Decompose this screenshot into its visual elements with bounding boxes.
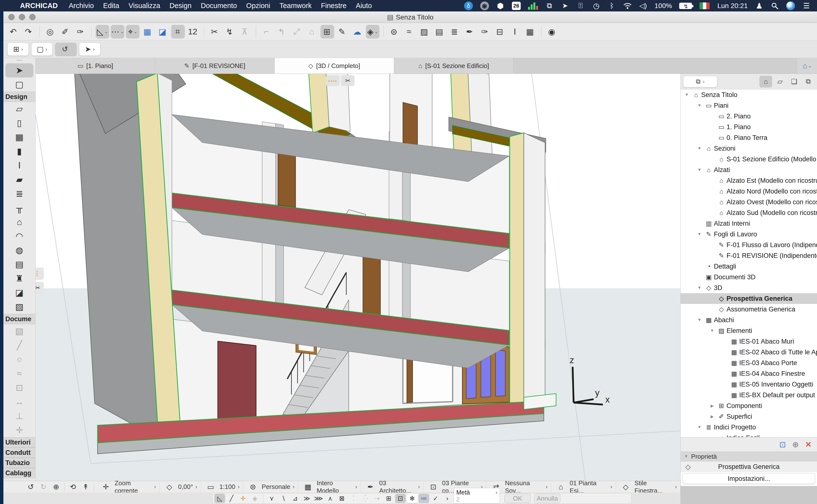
snap-button[interactable]: ◈	[249, 494, 260, 503]
quick-tool-button[interactable]: ➤›	[79, 43, 100, 56]
quick-option-control[interactable]: ⊜ Personale ›	[243, 481, 298, 493]
toolbar-button[interactable]	[541, 26, 542, 38]
tree-item[interactable]: ▦ IES-01 Abaco Muri	[681, 336, 817, 347]
delta-status-icon[interactable]: δ	[464, 1, 473, 10]
toolbox-item[interactable]: Docume	[3, 314, 35, 324]
menu-item[interactable]: Finestre	[316, 2, 351, 10]
toolbox-item[interactable]: ▮	[3, 144, 35, 158]
tree-item[interactable]: ▼ ⌂ Sezioni	[681, 143, 817, 154]
toolbar-button[interactable]: ⊜	[387, 25, 401, 39]
toolbox-item[interactable]: ↔	[3, 395, 35, 409]
quick-tool-button[interactable]: ⊞›	[7, 43, 29, 56]
toolbar-button[interactable]: ◺⌄	[96, 25, 109, 39]
toolbox-item[interactable]: ➤	[5, 63, 33, 78]
toolbox-item[interactable]: Condutt	[3, 447, 35, 458]
settings-button[interactable]: Impostazioni...	[683, 473, 815, 484]
creative-cloud-icon[interactable]: ◉	[480, 1, 489, 10]
tree-item[interactable]: ⌂ Alzato Ovest (Modello con ricostruzion…	[681, 197, 817, 207]
tree-item[interactable]: ▦ IES-BX Default per output BIMx	[681, 390, 817, 400]
snap-button[interactable]: ⁚	[348, 494, 359, 503]
toolbar-button[interactable]: ⊟	[494, 25, 507, 39]
tree-item[interactable]: ⌂ Alzato Sud (Modello con ricostruzione …	[681, 207, 817, 218]
snap-button[interactable]: ╱	[226, 494, 237, 503]
view-tab[interactable]: ▭ [1. Piano]	[36, 58, 155, 74]
toolbar-button[interactable]: ✒	[463, 25, 477, 39]
tree-item[interactable]: ▭ 2. Piano	[681, 111, 817, 122]
fast-user-switch-icon[interactable]: ♟	[755, 2, 763, 10]
toolbar-button[interactable]: ⊞	[320, 25, 334, 39]
tree-item[interactable]: ▭ 1. Piano	[681, 122, 817, 132]
tree-item[interactable]: ◇ Assonometria Generica	[681, 304, 817, 315]
publisher-mode-button[interactable]: ⧉	[802, 76, 815, 87]
snap-button[interactable]: ∖	[278, 494, 289, 503]
toolbar-button[interactable]: ↯	[223, 25, 237, 39]
tab-bar-pickup-button[interactable]: ⌂⌄	[797, 58, 817, 74]
tree-item[interactable]: ▣ Documenti 3D	[681, 272, 817, 282]
toolbar-button[interactable]	[91, 26, 92, 38]
snap-button[interactable]: ⁛	[360, 494, 371, 503]
snap-button[interactable]: ⇢	[372, 494, 382, 503]
toolbar-button[interactable]: ▤	[433, 25, 447, 39]
quick-option-control[interactable]: ⌂ 01 Pianta Esi... ›	[551, 481, 616, 493]
trace-reference-toggle[interactable]: ----	[326, 75, 339, 86]
menu-clock[interactable]: Lun 20:21	[717, 2, 748, 10]
toolbar-button[interactable]: ≣	[448, 25, 462, 39]
tracker-input[interactable]: Metà› 2	[454, 488, 500, 504]
tree-item[interactable]: ▶ ✐ Superfici	[681, 411, 817, 422]
keyboard-flag-icon[interactable]	[699, 2, 710, 10]
section-cut-toggle[interactable]: ✂	[341, 75, 354, 86]
tree-item[interactable]: ▭ 0. Piano Terra	[681, 132, 817, 143]
tree-item[interactable]: ◔ Dettagli	[681, 261, 817, 272]
toolbox-item[interactable]: Ⅰ	[3, 158, 35, 173]
quick-option-control[interactable]: ✛ Zoom corrente ›	[96, 481, 159, 493]
tree-item[interactable]: ▦ IES-05 Inventario Oggetti	[681, 379, 817, 390]
tree-item[interactable]: ▼ ▦ Abachi	[681, 315, 817, 325]
back-navigation-button[interactable]: ↺	[24, 483, 37, 491]
snap-button[interactable]: ◺	[214, 494, 225, 503]
activity-monitor-icon[interactable]	[528, 2, 538, 10]
toolbar-button[interactable]: ⌖⌄	[126, 25, 139, 39]
layout-book-mode-button[interactable]: ❏	[788, 76, 800, 87]
tree-item[interactable]: ⌂ Alzato Est (Modello con ricostruzione …	[681, 175, 817, 186]
toolbox-item[interactable]: ≈	[3, 367, 35, 381]
tree-item[interactable]: ▼ ▭ Piani	[681, 100, 817, 111]
siri-icon[interactable]	[786, 1, 795, 10]
menu-item[interactable]: Visualizza	[124, 2, 165, 10]
cancel-button[interactable]: Annulla	[534, 494, 561, 503]
toolbar-button[interactable]: ⌐	[260, 25, 274, 39]
toolbar-button[interactable]: ☁	[351, 25, 364, 39]
snap-button[interactable]	[263, 494, 263, 503]
toolbar-button[interactable]: ⤢	[290, 25, 304, 39]
toolbar-button[interactable]: 12	[186, 25, 200, 39]
tree-item[interactable]: ▦ IES-03 Abaco Porte	[681, 358, 817, 368]
tree-expand-arrow[interactable]: ▶	[708, 403, 716, 408]
toolbar-button[interactable]: ✐	[59, 25, 72, 39]
toolbar-button[interactable]	[256, 26, 256, 38]
edge-cut-toggle[interactable]: ✂	[36, 282, 44, 294]
forward-navigation-button[interactable]: ↻	[37, 483, 50, 491]
volume-icon[interactable]: ◁)	[639, 2, 647, 10]
hexagon-status-icon[interactable]: ⬢	[496, 2, 505, 10]
tree-item[interactable]: ▶ ⊞ Componenti	[681, 400, 817, 411]
toolbar-button[interactable]: ✎	[335, 25, 349, 39]
toolbar-button[interactable]: ↶	[7, 25, 20, 39]
toolbar-button[interactable]: ⋯⌄	[111, 25, 124, 39]
snap-button[interactable]: ⋙	[313, 494, 324, 503]
snap-button[interactable]: ›	[442, 494, 453, 503]
snap-point-dropdown[interactable]: Metà	[456, 489, 470, 496]
tree-item[interactable]: ▼ ≣ Indici Progetto	[681, 422, 817, 433]
tree-expand-arrow[interactable]: ▼	[695, 425, 704, 430]
toolbar-button[interactable]: Ⅰ	[509, 25, 522, 39]
view-tab[interactable]: ✎ [F-01 REVISIONE]	[155, 58, 274, 74]
toolbar-button[interactable]: ⌗	[171, 25, 185, 39]
snap-button[interactable]: ✓	[430, 494, 441, 503]
menu-item[interactable]: Aiuto	[351, 2, 376, 10]
toolbox-item[interactable]: ▦	[3, 130, 35, 144]
snap-button[interactable]: ⊿	[290, 494, 300, 503]
tree-expand-arrow[interactable]: ▶	[708, 414, 716, 419]
tree-item[interactable]: ▼ ✎ Fogli di Lavoro	[681, 229, 817, 240]
snap-button[interactable]: ≫	[301, 494, 312, 503]
window-title-bar[interactable]: ▤Senza Titolo	[3, 11, 817, 23]
toolbox-drag-handle[interactable]: —	[3, 58, 35, 63]
toolbar-button[interactable]: ◎	[44, 25, 57, 39]
